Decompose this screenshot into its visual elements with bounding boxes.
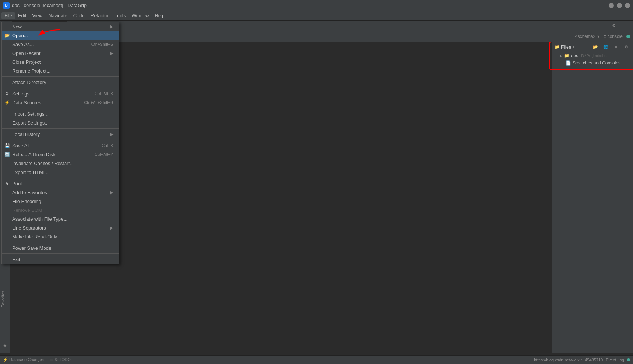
dbs-label: dbs — [571, 53, 578, 58]
right-file-panel: 📁 Files ▾ 📂 🌐 ≡ ⚙ ▶ 📁 dbs D:\Project\dbs — [552, 42, 633, 353]
menu-refactor[interactable]: Refactor — [88, 12, 112, 19]
settings-icon: ⚙ — [4, 91, 10, 96]
blog-url: https://blog.csdn.net/weixin_45485719 — [534, 358, 603, 362]
todo-label[interactable]: ☰ 6: TODO — [50, 357, 71, 362]
favorites-vertical-label: Favorites — [0, 289, 6, 309]
menu-close-project[interactable]: Close Project — [2, 57, 119, 66]
close-button[interactable] — [625, 3, 630, 8]
menu-file-encoding[interactable]: File Encoding — [2, 197, 119, 206]
menu-line-separators[interactable]: Line Separators ▶ — [2, 223, 119, 232]
status-dot — [626, 35, 630, 38]
maximize-button[interactable] — [617, 3, 622, 8]
folder-open-icon: 📂 — [4, 33, 10, 38]
scratches-label: Scratches and Consoles — [573, 60, 620, 66]
menu-import-settings[interactable]: Import Settings... — [2, 109, 119, 118]
panel-toolbar-icon-3[interactable]: ≡ — [612, 43, 620, 52]
panel-toolbar-icon-2[interactable]: 🌐 — [601, 43, 610, 52]
separator-6 — [2, 178, 119, 178]
titlebar-controls[interactable] — [609, 3, 630, 8]
menu-print[interactable]: 🖨 Print... — [2, 179, 119, 188]
expand-icon: ▶ — [560, 54, 563, 58]
separator-7 — [2, 242, 119, 242]
db-changes-label[interactable]: ⚡ Database Changes — [3, 357, 44, 362]
separator-2 — [2, 88, 119, 88]
menu-make-read-only[interactable]: Make File Read-Only — [2, 232, 119, 241]
tree-item-dbs[interactable]: ▶ 📁 dbs D:\Project\dbs — [552, 52, 633, 59]
panel-toolbar-icon-4[interactable]: ⚙ — [622, 43, 631, 52]
file-panel-header: 📁 Files ▾ 📂 🌐 ≡ ⚙ — [552, 42, 633, 52]
menu-navigate[interactable]: Navigate — [45, 12, 70, 19]
status-indicator — [627, 358, 630, 361]
menu-remove-bom: Remove BOM — [2, 206, 119, 214]
panel-toolbar-icon-1[interactable]: 📂 — [591, 43, 600, 52]
menu-tools[interactable]: Tools — [112, 12, 129, 19]
menu-help[interactable]: Help — [152, 12, 167, 19]
event-log[interactable]: Event Log — [606, 358, 624, 362]
files-label: Files — [561, 45, 571, 50]
menu-export-html[interactable]: Export to HTML... — [2, 168, 119, 176]
statusbar-left: ⚡ Database Changes ☰ 6: TODO — [3, 357, 71, 362]
sidebar-fav-icon[interactable]: ★ — [1, 341, 10, 350]
panel-controls: ⚙ − — [609, 21, 632, 30]
menu-view[interactable]: View — [29, 12, 45, 19]
menu-local-history[interactable]: Local History ▶ — [2, 130, 119, 139]
menu-file[interactable]: File New ▶ 📂 Open... Save As... Ctrl+Shi… — [1, 12, 15, 19]
data-sources-icon: ⚡ — [4, 100, 10, 105]
separator-3 — [2, 108, 119, 108]
menu-window[interactable]: Window — [129, 12, 152, 19]
minimize-panel-btn[interactable]: − — [620, 21, 629, 30]
menubar: File New ▶ 📂 Open... Save As... Ctrl+Shi… — [0, 11, 633, 21]
menu-associate-file-type[interactable]: Associate with File Type... — [2, 214, 119, 223]
menu-reload-all[interactable]: 🔄 Reload All from Disk Ctrl+Alt+Y — [2, 150, 119, 159]
menu-add-favorites[interactable]: Add to Favorites ▶ — [2, 188, 119, 197]
menu-invalidate-caches[interactable]: Invalidate Caches / Restart... — [2, 159, 119, 168]
schema-label: <schema> — [575, 34, 596, 39]
scratches-icon: 📄 — [566, 60, 571, 66]
menu-data-sources[interactable]: ⚡ Data Sources... Ctrl+Alt+Shift+S — [2, 98, 119, 107]
titlebar-title: dbs - console [localhost] - DataGrip — [12, 3, 87, 8]
menu-save-as[interactable]: Save As... Ctrl+Shift+S — [2, 40, 119, 49]
files-dropdown-arrow[interactable]: ▾ — [573, 45, 574, 49]
minimize-button[interactable] — [609, 3, 614, 8]
titlebar-left: D dbs - console [localhost] - DataGrip — [3, 2, 87, 9]
menu-edit[interactable]: Edit — [15, 12, 29, 19]
file-tree: ▶ 📁 dbs D:\Project\dbs 📄 Scratches and C… — [552, 52, 633, 67]
statusbar-right: https://blog.csdn.net/weixin_45485719 Ev… — [534, 358, 630, 362]
settings-btn[interactable]: ⚙ — [609, 21, 618, 30]
separator-5 — [2, 140, 119, 140]
tree-item-scratches[interactable]: 📄 Scratches and Consoles — [552, 59, 633, 67]
menu-new[interactable]: New ▶ — [2, 22, 119, 31]
reload-icon: 🔄 — [4, 152, 10, 157]
separator-1 — [2, 76, 119, 77]
menu-attach-directory[interactable]: Attach Directory — [2, 78, 119, 87]
menu-save-all[interactable]: 💾 Save All Ctrl+S — [2, 141, 119, 150]
folder-icon-dbs: 📁 — [564, 53, 570, 58]
menu-code[interactable]: Code — [70, 12, 88, 19]
schema-arrow: ▾ — [597, 34, 599, 39]
menu-power-save[interactable]: Power Save Mode — [2, 244, 119, 252]
separator-8 — [2, 253, 119, 254]
menu-rename-project[interactable]: Rename Project... — [2, 66, 119, 75]
app-icon: D — [3, 2, 10, 9]
menu-open-recent[interactable]: Open Recent ▶ — [2, 49, 119, 57]
menu-open[interactable]: 📂 Open... — [2, 31, 119, 40]
dbs-path: D:\Project\dbs — [581, 53, 606, 58]
separator-4 — [2, 128, 119, 129]
schema-area[interactable]: <schema> ▾ — [575, 34, 599, 39]
file-dropdown: New ▶ 📂 Open... Save As... Ctrl+Shift+S … — [1, 22, 119, 264]
console-label: :: console — [604, 34, 623, 39]
menu-exit[interactable]: Exit — [2, 255, 119, 264]
status-bar: ⚡ Database Changes ☰ 6: TODO https://blo… — [0, 355, 633, 364]
menu-export-settings[interactable]: Export Settings... — [2, 118, 119, 127]
folder-icon: 📁 — [554, 45, 560, 49]
print-icon: 🖨 — [4, 181, 10, 186]
titlebar: D dbs - console [localhost] - DataGrip — [0, 0, 633, 11]
save-icon: 💾 — [4, 143, 10, 148]
menu-settings[interactable]: ⚙ Settings... Ctrl+Alt+S — [2, 89, 119, 98]
